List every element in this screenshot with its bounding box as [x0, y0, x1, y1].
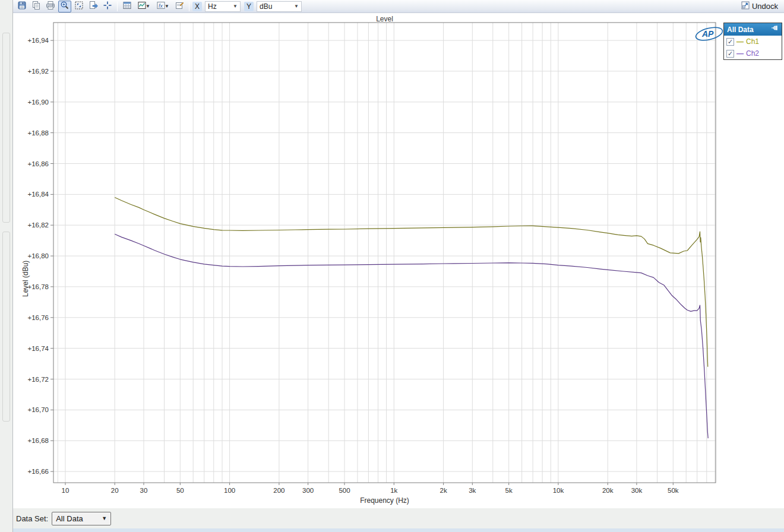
chevron-down-icon: ▼ — [165, 4, 169, 9]
chevron-down-icon: ▼ — [294, 4, 299, 9]
plot-area[interactable]: +16,94+16,92+16,90+16,88+16,86+16,84+16,… — [13, 13, 784, 508]
left-panel-strip — [0, 0, 13, 532]
dataset-value: All Data — [56, 514, 83, 523]
svg-text:+16,92: +16,92 — [28, 68, 49, 75]
svg-text:+16,68: +16,68 — [28, 437, 49, 444]
toolbar-separator — [117, 2, 118, 11]
y-units-value: dBu — [260, 2, 272, 11]
print-button[interactable] — [44, 1, 57, 12]
dataset-combo[interactable]: All Data ▼ — [52, 512, 111, 525]
export-icon — [88, 1, 98, 12]
svg-text:5k: 5k — [505, 487, 513, 494]
legend-panel: All Data ✓ — Ch1 ✓ — Ch2 — [723, 23, 782, 60]
collapsed-panel-tab-1[interactable] — [2, 33, 10, 223]
svg-text:+16,82: +16,82 — [28, 221, 49, 229]
ch1-label: Ch1 — [746, 37, 759, 46]
svg-text:50k: 50k — [668, 487, 679, 494]
svg-text:+16,86: +16,86 — [28, 160, 49, 167]
svg-text:30k: 30k — [631, 487, 643, 494]
legend-header[interactable]: All Data — [724, 23, 782, 36]
legend-title: All Data — [727, 26, 754, 34]
function-button[interactable]: fx ▼ — [154, 1, 172, 12]
svg-text:fx: fx — [159, 2, 163, 8]
save-icon — [17, 1, 27, 12]
svg-text:+16,78: +16,78 — [28, 283, 49, 290]
zoom-icon — [60, 1, 69, 12]
series-ch1 — [115, 198, 707, 367]
svg-text:300: 300 — [302, 487, 314, 494]
svg-text:30: 30 — [140, 487, 148, 494]
svg-text:+16,70: +16,70 — [28, 406, 49, 413]
chevron-down-icon: ▼ — [146, 4, 150, 9]
collapsed-panel-tab-2[interactable] — [2, 232, 10, 422]
table-icon — [122, 1, 132, 12]
svg-text:3k: 3k — [469, 487, 476, 494]
ap-logo: AP — [694, 26, 725, 44]
pin-icon[interactable] — [771, 25, 779, 34]
legend-item-ch1: ✓ — Ch1 — [724, 36, 782, 48]
x-axis-tag: X — [192, 2, 202, 11]
save-button[interactable] — [15, 1, 29, 12]
svg-text:+16,80: +16,80 — [28, 252, 49, 259]
y-axis-tag: Y — [244, 2, 254, 11]
svg-text:+16,94: +16,94 — [28, 37, 49, 44]
svg-text:+16,72: +16,72 — [28, 376, 49, 383]
ch1-checkbox[interactable]: ✓ — [726, 38, 734, 46]
svg-text:+16,90: +16,90 — [28, 99, 49, 106]
svg-text:100: 100 — [224, 487, 235, 494]
graph-properties-button[interactable] — [173, 1, 186, 12]
svg-text:500: 500 — [339, 487, 350, 494]
x-units-combo[interactable]: Hz ▼ — [205, 1, 241, 12]
svg-text:+16,76: +16,76 — [28, 314, 49, 321]
svg-text:AP: AP — [701, 29, 714, 39]
dataset-bar: Data Set: All Data ▼ — [13, 508, 784, 528]
x-units-value: Hz — [208, 2, 217, 11]
toolbar-separator — [189, 2, 189, 11]
undock-label: Undock — [752, 2, 778, 11]
svg-text:+16,84: +16,84 — [28, 191, 49, 198]
y-units-combo[interactable]: dBu ▼ — [257, 1, 302, 12]
data-grid-button[interactable] — [121, 1, 134, 12]
svg-text:10: 10 — [62, 487, 69, 494]
svg-text:1k: 1k — [390, 487, 397, 494]
svg-text:20: 20 — [111, 487, 119, 494]
chevron-down-icon: ▼ — [102, 515, 107, 521]
graph-panel: Level +16,94+16,92+16,90+16,88+16,86+16,… — [13, 13, 784, 508]
svg-text:20k: 20k — [602, 487, 614, 494]
zoom-fit-button[interactable] — [72, 1, 86, 12]
series-ch2 — [115, 234, 708, 438]
copy-button[interactable] — [30, 1, 43, 12]
svg-text:+16,74: +16,74 — [28, 345, 49, 352]
y-axis-title: Level (dBu) — [21, 261, 30, 297]
print-icon — [46, 1, 55, 12]
zoom-tool-button[interactable] — [58, 1, 71, 12]
svg-text:50: 50 — [176, 487, 184, 494]
copy-icon — [31, 1, 41, 12]
export-graph-button[interactable] — [87, 1, 100, 12]
svg-text:+16,88: +16,88 — [28, 129, 49, 137]
undock-button[interactable]: Undock — [738, 1, 782, 12]
ch2-line-swatch: — — [736, 49, 744, 58]
svg-text:2k: 2k — [440, 487, 447, 494]
x-axis-title: Frequency (Hz) — [53, 496, 716, 505]
graph-toolbar: ▼ fx ▼ X Hz ▼ Y dBu ▼ Undock — [13, 0, 784, 13]
ch1-line-swatch: — — [736, 37, 744, 46]
properties-icon — [175, 1, 184, 12]
chevron-down-icon: ▼ — [233, 4, 238, 9]
dataset-label: Data Set: — [16, 514, 48, 523]
svg-text:10k: 10k — [553, 487, 564, 494]
svg-text:+16,66: +16,66 — [28, 468, 49, 475]
bottom-strip — [13, 528, 784, 532]
ch2-checkbox[interactable]: ✓ — [726, 50, 734, 58]
legend-item-ch2: ✓ — Ch2 — [724, 48, 782, 59]
fit-to-window-icon — [74, 1, 84, 12]
svg-text:200: 200 — [273, 487, 284, 494]
undock-icon — [741, 1, 750, 11]
ch2-label: Ch2 — [746, 49, 759, 58]
cursor-crosshair-button[interactable] — [101, 1, 114, 12]
crosshair-icon — [103, 1, 112, 12]
graph-type-button[interactable]: ▼ — [135, 1, 153, 12]
